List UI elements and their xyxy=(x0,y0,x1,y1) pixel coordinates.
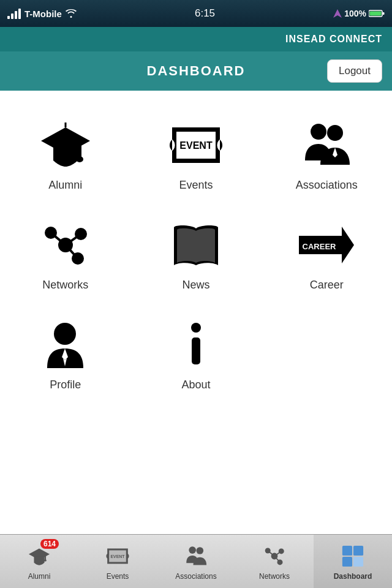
app-header: INSEAD CONNECT xyxy=(0,27,392,51)
grid-item-news[interactable]: News xyxy=(130,203,261,303)
svg-rect-3 xyxy=(369,12,381,16)
svg-point-17 xyxy=(75,228,87,240)
career-icon: CAREER xyxy=(299,217,354,273)
alumni-badge: 614 xyxy=(40,539,59,549)
about-label: About xyxy=(181,379,210,391)
grid-item-profile[interactable]: Profile xyxy=(0,303,130,402)
grid-item-networks[interactable]: Networks xyxy=(0,203,130,303)
tab-item-events[interactable]: EVENT Events xyxy=(78,535,157,588)
status-right: 100% xyxy=(333,9,385,18)
events-label: Events xyxy=(179,179,213,192)
svg-point-32 xyxy=(196,547,203,554)
dashboard-title: DASHBOARD xyxy=(147,63,246,79)
news-icon xyxy=(168,217,224,273)
networks-icon xyxy=(38,217,93,273)
svg-point-37 xyxy=(265,548,271,553)
tab-events-icon-wrap: EVENT xyxy=(104,543,131,570)
svg-rect-2 xyxy=(382,12,384,15)
alumni-label: Alumni xyxy=(48,179,82,192)
svg-rect-28 xyxy=(45,554,47,559)
tab-networks-icon-wrap xyxy=(261,543,288,570)
news-label: News xyxy=(182,279,209,292)
tab-alumni-icon xyxy=(28,546,50,566)
networks-label: Networks xyxy=(42,279,88,292)
tab-item-dashboard[interactable]: Dashboard xyxy=(314,535,392,588)
carrier-label: T-Mobile xyxy=(24,9,62,19)
dashboard-header: DASHBOARD Logout xyxy=(0,51,392,91)
profile-label: Profile xyxy=(50,379,81,391)
career-label: Career xyxy=(310,279,344,292)
svg-rect-40 xyxy=(342,545,352,555)
status-left: T-Mobile xyxy=(7,9,77,19)
grid-item-events[interactable]: EVENT Events xyxy=(130,103,261,203)
tab-dashboard-label: Dashboard xyxy=(334,572,372,581)
svg-point-18 xyxy=(72,252,84,265)
tab-networks-icon xyxy=(263,545,285,567)
app-title: INSEAD CONNECT xyxy=(285,34,382,45)
svg-point-29 xyxy=(44,559,47,561)
svg-point-22 xyxy=(54,323,76,345)
svg-point-10 xyxy=(327,125,343,141)
status-bar: T-Mobile 6:15 100% xyxy=(0,0,392,27)
grid-item-associations[interactable]: Associations xyxy=(262,103,392,203)
location-icon xyxy=(333,9,342,18)
tab-associations-icon xyxy=(184,545,208,567)
svg-point-36 xyxy=(271,552,278,559)
svg-rect-26 xyxy=(192,337,200,364)
svg-text:CAREER: CAREER xyxy=(303,242,337,251)
signal-icon xyxy=(7,9,21,19)
tab-item-networks[interactable]: Networks xyxy=(235,535,314,588)
tab-networks-label: Networks xyxy=(259,572,290,581)
dashboard-grid: Alumni EVENT Events xyxy=(0,91,392,483)
svg-point-16 xyxy=(45,227,57,239)
about-icon xyxy=(168,317,224,372)
logout-button[interactable]: Logout xyxy=(327,59,382,83)
tab-item-alumni[interactable]: 614 Alumni xyxy=(0,535,78,588)
svg-marker-0 xyxy=(333,9,342,18)
battery-label: 100% xyxy=(344,9,366,18)
svg-rect-42 xyxy=(342,556,352,566)
time-display: 6:15 xyxy=(195,7,215,20)
tab-dashboard-icon-wrap xyxy=(339,543,366,570)
grid-item-alumni[interactable]: Alumni xyxy=(0,103,130,203)
svg-point-38 xyxy=(279,548,284,554)
svg-rect-5 xyxy=(78,141,81,158)
wifi-icon xyxy=(66,9,77,18)
alumni-icon xyxy=(38,118,93,173)
tab-alumni-icon-wrap: 614 xyxy=(26,543,53,570)
tab-alumni-label: Alumni xyxy=(28,572,51,581)
svg-point-31 xyxy=(189,546,196,554)
associations-icon xyxy=(299,118,354,173)
profile-icon xyxy=(38,317,93,372)
svg-text:EVENT: EVENT xyxy=(179,140,213,151)
tab-associations-icon-wrap xyxy=(183,543,209,570)
svg-rect-41 xyxy=(353,545,363,555)
svg-point-9 xyxy=(311,124,326,140)
events-icon: EVENT xyxy=(168,118,224,173)
battery-icon xyxy=(369,9,385,18)
tab-events-label: Events xyxy=(107,572,129,581)
svg-point-15 xyxy=(58,238,73,252)
tab-bar: 614 Alumni EVENT Events Associations xyxy=(0,534,392,588)
svg-point-39 xyxy=(277,559,283,565)
svg-text:EVENT: EVENT xyxy=(111,554,126,558)
associations-label: Associations xyxy=(296,179,358,192)
grid-item-about[interactable]: About xyxy=(130,303,261,402)
tab-item-associations[interactable]: Associations xyxy=(157,535,235,588)
tab-events-icon: EVENT xyxy=(106,547,129,565)
tab-associations-label: Associations xyxy=(175,572,216,581)
svg-marker-20 xyxy=(342,227,354,263)
svg-rect-43 xyxy=(353,556,363,566)
grid-item-career[interactable]: CAREER Career xyxy=(262,203,392,303)
svg-point-25 xyxy=(191,323,201,333)
tab-dashboard-icon xyxy=(341,545,364,568)
